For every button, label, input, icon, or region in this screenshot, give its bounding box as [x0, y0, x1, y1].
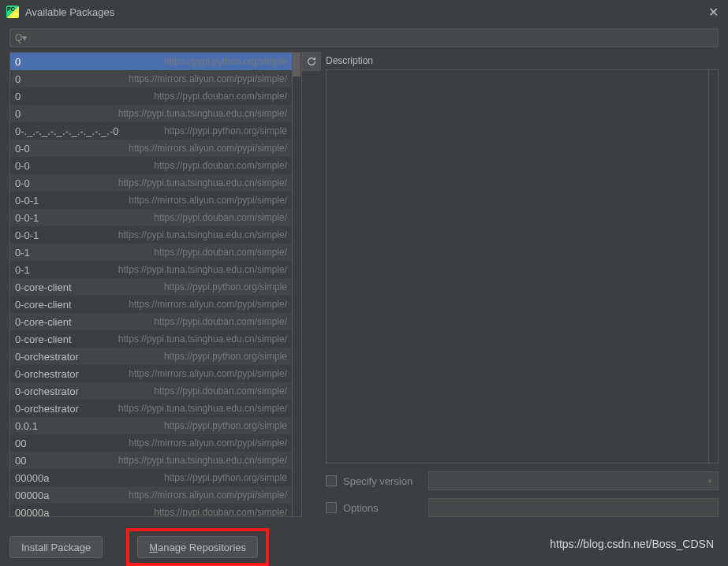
install-package-button[interactable]: Install Package [9, 536, 103, 558]
package-name: 00000a [15, 490, 49, 501]
package-repo: https://pypi.tuna.tsinghua.edu.cn/simple… [118, 229, 287, 240]
package-repo: https://pypi.python.org/simple [164, 420, 287, 431]
package-row[interactable]: 0-orchestratorhttps://pypi.tuna.tsinghua… [10, 400, 292, 417]
package-name: 0 [15, 73, 21, 85]
manage-repositories-button[interactable]: Manage Repositories [137, 536, 258, 558]
package-row[interactable]: 0-0-1https://mirrors.aliyun.com/pypi/sim… [10, 192, 292, 209]
package-row[interactable]: 0-0https://mirrors.aliyun.com/pypi/simpl… [10, 140, 292, 157]
package-row[interactable]: 0https://pypi.tuna.tsinghua.edu.cn/simpl… [10, 105, 292, 122]
package-row[interactable]: 0-core-clienthttps://pypi.tuna.tsinghua.… [10, 330, 292, 348]
options-label: Options [343, 502, 422, 514]
package-repo: https://pypi.tuna.tsinghua.edu.cn/simple… [118, 108, 287, 119]
package-row[interactable]: 0-0-1https://pypi.douban.com/simple/ [10, 209, 292, 226]
options-input[interactable] [428, 498, 719, 517]
package-repo: https://pypi.douban.com/simple/ [154, 316, 287, 327]
package-repo: https://mirrors.aliyun.com/pypi/simple/ [129, 299, 287, 310]
description-scrollbar[interactable] [708, 70, 718, 463]
package-row[interactable]: 0https://mirrors.aliyun.com/pypi/simple/ [10, 70, 292, 88]
package-repo: https://pypi.python.org/simple [164, 125, 287, 136]
package-row[interactable]: 00https://mirrors.aliyun.com/pypi/simple… [10, 434, 292, 452]
window-title: Available Packages [25, 6, 705, 18]
package-row[interactable]: 0https://pypi.douban.com/simple/ [10, 88, 292, 105]
package-repo: https://pypi.douban.com/simple/ [154, 247, 287, 258]
version-select[interactable]: ▼ [428, 471, 719, 490]
chevron-down-icon: ▼ [707, 478, 713, 485]
package-repo: https://pypi.douban.com/simple/ [154, 385, 287, 397]
package-repo: https://pypi.python.org/simple [164, 281, 287, 292]
package-row[interactable]: 0-0https://pypi.douban.com/simple/ [10, 157, 292, 174]
package-name: 00000a [15, 472, 49, 484]
package-row[interactable]: 0-orchestratorhttps://pypi.douban.com/si… [10, 382, 292, 400]
package-repo: https://pypi.tuna.tsinghua.edu.cn/simple… [118, 403, 287, 414]
package-name: 0-1 [15, 264, 30, 276]
titlebar: Available Packages ✕ [0, 0, 728, 24]
options-row: Options [326, 498, 719, 517]
package-row[interactable]: 0-core-clienthttps://pypi.douban.com/sim… [10, 313, 292, 330]
specify-version-row: Specify version ▼ [326, 471, 719, 490]
package-row[interactable]: 0-._.-._.-._.-._.-._.-._.-0https://pypi.… [10, 122, 292, 140]
package-name: 0-core-client [15, 299, 72, 311]
package-row[interactable]: 00000ahttps://pypi.python.org/simple [10, 469, 292, 486]
package-name: 0-0 [15, 160, 30, 172]
package-name: 0-core-client [15, 281, 72, 293]
package-repo: https://pypi.python.org/simple [164, 56, 287, 67]
package-list[interactable]: 0https://pypi.python.org/simple0https://… [9, 52, 293, 517]
package-row[interactable]: 0-0-1https://pypi.tuna.tsinghua.edu.cn/s… [10, 226, 292, 244]
package-name: 0.0.1 [15, 420, 38, 432]
package-name: 0-core-client [15, 333, 72, 345]
package-name: 0-orchestrator [15, 403, 79, 415]
package-repo: https://mirrors.aliyun.com/pypi/simple/ [129, 195, 287, 206]
package-row[interactable]: 0-orchestratorhttps://mirrors.aliyun.com… [10, 365, 292, 382]
package-name: 0-1 [15, 247, 30, 259]
close-icon[interactable]: ✕ [705, 5, 722, 20]
main-content: 0https://pypi.python.org/simple0https://… [0, 52, 728, 517]
package-repo: https://pypi.tuna.tsinghua.edu.cn/simple… [118, 264, 287, 275]
package-name: 0-._.-._.-._.-._.-._.-._.-0 [15, 125, 119, 137]
highlight-annotation: Manage Repositories [126, 528, 269, 566]
package-repo: https://pypi.douban.com/simple/ [154, 91, 287, 102]
package-repo: https://pypi.tuna.tsinghua.edu.cn/simple… [118, 177, 287, 188]
package-row[interactable]: 0-1https://pypi.douban.com/simple/ [10, 244, 292, 261]
options-checkbox[interactable] [326, 502, 337, 513]
scrollbar-track[interactable] [293, 52, 302, 517]
package-repo: https://mirrors.aliyun.com/pypi/simple/ [129, 73, 287, 84]
package-row[interactable]: 0.0.1https://pypi.python.org/simple [10, 417, 292, 434]
package-repo: https://pypi.douban.com/simple/ [154, 212, 287, 223]
specify-version-label: Specify version [343, 475, 422, 487]
package-row[interactable]: 0-core-clienthttps://pypi.python.org/sim… [10, 278, 292, 296]
package-name: 0 [15, 56, 21, 68]
reload-button[interactable] [302, 52, 321, 71]
package-name: 0-0 [15, 177, 30, 189]
left-panel: 0https://pypi.python.org/simple0https://… [9, 52, 321, 517]
package-name: 00 [15, 455, 26, 467]
package-repo: https://pypi.python.org/simple [164, 351, 287, 362]
package-name: 0-0-1 [15, 229, 39, 241]
package-repo: https://pypi.douban.com/simple/ [154, 160, 287, 171]
right-panel: Description Specify version ▼ Options [326, 52, 719, 517]
package-row[interactable]: 00https://pypi.tuna.tsinghua.edu.cn/simp… [10, 452, 292, 469]
package-row[interactable]: 00000ahttps://pypi.douban.com/simple/ [10, 504, 292, 517]
pycharm-icon [6, 6, 19, 18]
package-row[interactable]: 0-core-clienthttps://mirrors.aliyun.com/… [10, 296, 292, 313]
package-row[interactable]: 0-0https://pypi.tuna.tsinghua.edu.cn/sim… [10, 174, 292, 192]
specify-version-checkbox[interactable] [326, 475, 337, 486]
package-name: 0-orchestrator [15, 385, 79, 397]
scrollbar-thumb[interactable] [293, 53, 301, 76]
package-repo: https://mirrors.aliyun.com/pypi/simple/ [129, 438, 287, 449]
search-icon: Q▾ [15, 32, 27, 43]
package-name: 0-0-1 [15, 212, 39, 224]
search-input[interactable] [30, 32, 713, 44]
package-row[interactable]: 0-orchestratorhttps://pypi.python.org/si… [10, 348, 292, 365]
package-name: 0 [15, 91, 21, 102]
package-repo: https://pypi.python.org/simple [164, 472, 287, 483]
package-row[interactable]: 00000ahttps://mirrors.aliyun.com/pypi/si… [10, 486, 292, 504]
package-repo: https://mirrors.aliyun.com/pypi/simple/ [129, 143, 287, 154]
package-name: 0-orchestrator [15, 368, 79, 380]
package-repo: https://pypi.tuna.tsinghua.edu.cn/simple… [118, 333, 287, 344]
package-repo: https://mirrors.aliyun.com/pypi/simple/ [129, 490, 287, 501]
package-repo: https://pypi.douban.com/simple/ [154, 507, 287, 517]
package-name: 0-0-1 [15, 195, 39, 207]
package-row[interactable]: 0-1https://pypi.tuna.tsinghua.edu.cn/sim… [10, 261, 292, 278]
package-row[interactable]: 0https://pypi.python.org/simple [10, 53, 292, 70]
search-bar[interactable]: Q▾ [9, 28, 719, 47]
